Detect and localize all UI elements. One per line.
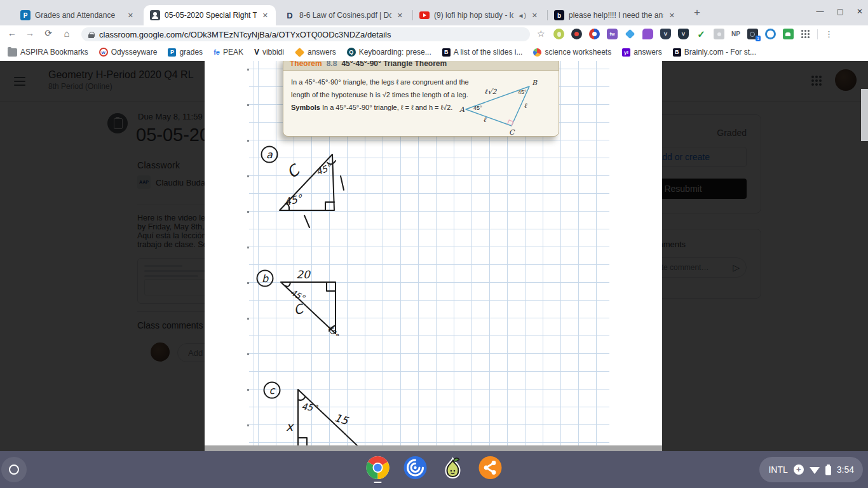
- spiral-app-icon[interactable]: [403, 456, 428, 480]
- tab-close-icon[interactable]: ✕: [396, 11, 404, 20]
- home-icon[interactable]: ⌂: [60, 28, 74, 39]
- tab-title: 05-05-2020 Special Right Triang: [165, 11, 257, 20]
- tab-strip: P Grades and Attendance ✕ 05-05-2020 Spe…: [0, 0, 868, 25]
- ring-extension-icon[interactable]: [765, 29, 776, 39]
- tab-title: please help!!!! I need the answers: [569, 11, 663, 20]
- shield-extension-icon[interactable]: V: [660, 29, 671, 39]
- browser-menu-icon[interactable]: ⋮: [825, 29, 833, 39]
- pear-deck-app-icon[interactable]: [441, 456, 465, 480]
- minimize-button[interactable]: —: [817, 7, 824, 16]
- triangle-diagram: A B C ℓ√2 ℓ ℓ 45° 45°: [458, 79, 555, 137]
- refresh-icon[interactable]: ⟳: [41, 28, 55, 38]
- bottom-leg-label: ℓ: [484, 116, 487, 124]
- close-button[interactable]: ✕: [857, 7, 863, 16]
- extensions-row: fw V V ✓ NP 1 ⋮: [553, 29, 833, 39]
- bookmark-answers-2[interactable]: y!answers: [622, 48, 662, 57]
- camera-extension-icon[interactable]: 1: [747, 29, 758, 39]
- bookmark-peak[interactable]: fePEAK: [214, 48, 243, 57]
- angle-a-label: 45°: [473, 105, 482, 111]
- tab-title: Grades and Attendance: [35, 11, 122, 20]
- pear-deck-extension-icon[interactable]: [553, 29, 564, 39]
- vertex-b-label: B: [532, 79, 538, 87]
- toolbar-divider: [817, 29, 818, 39]
- dochub-favicon: D: [285, 10, 295, 20]
- np-extension-icon[interactable]: NP: [731, 30, 740, 37]
- apps-grid-icon[interactable]: [801, 29, 810, 39]
- b-icon: B: [442, 48, 451, 57]
- fw-extension-icon[interactable]: fw: [607, 29, 618, 39]
- theorem-title: 45°-45°-90° Triangle Theorem: [341, 61, 447, 68]
- tab-title: (9) lofi hip hop study - lofi hi: [434, 11, 513, 20]
- angle-b-label: 45°: [518, 89, 527, 95]
- maximize-button[interactable]: ▢: [837, 7, 844, 16]
- clock: 3:54: [837, 464, 854, 475]
- theorem-kicker: Theorem: [290, 61, 322, 68]
- kami-extension-icon[interactable]: [625, 29, 635, 39]
- tab-close-icon[interactable]: ✕: [531, 11, 539, 20]
- vertex-a-label: A: [459, 105, 465, 114]
- keyboard-locale: INTL: [768, 464, 787, 475]
- robot-extension-icon[interactable]: [783, 29, 794, 39]
- classlink-app-icon[interactable]: [478, 456, 503, 480]
- address-bar[interactable]: classroom.google.com/c/ODk3MTEzNTcyNjBa/…: [81, 27, 530, 41]
- bookmark-keyboarding[interactable]: QKeyboarding: prese...: [347, 48, 431, 57]
- notification-badge: 1: [756, 36, 761, 41]
- screencast-extension-icon[interactable]: [571, 29, 582, 39]
- bookmark-answers[interactable]: answers: [295, 48, 336, 57]
- tab-close-icon[interactable]: ✕: [668, 11, 676, 20]
- brainly-icon: B: [673, 48, 681, 57]
- bookmark-aspira-folder[interactable]: ASPIRA Bookmarks: [8, 48, 88, 57]
- bookmark-grades[interactable]: Pgrades: [168, 48, 203, 57]
- classroom-person-favicon: [150, 10, 160, 20]
- pinwheel-icon: [533, 48, 541, 57]
- v-icon: V: [254, 48, 259, 57]
- new-tab-button[interactable]: +: [694, 6, 700, 19]
- tab-brainly-help[interactable]: b please help!!!! I need the answers ✕: [548, 5, 682, 25]
- bookmark-vibbidi[interactable]: Vvibbidi: [254, 48, 284, 57]
- bookmark-star-icon[interactable]: ☆: [537, 29, 545, 39]
- tab-grades-attendance[interactable]: P Grades and Attendance ✕: [14, 5, 141, 25]
- folder-icon: [8, 48, 17, 57]
- bookmark-science-worksheets[interactable]: science worksheets: [533, 48, 611, 57]
- tab-law-of-cosines[interactable]: D 8-6 Law of Cosines.pdf | DocHub ✕: [278, 5, 410, 25]
- problem-c-label: c: [269, 384, 276, 396]
- youtube-favicon: [419, 11, 430, 19]
- bookmark-brainly[interactable]: BBrainly.com - For st...: [673, 48, 756, 57]
- q-icon: Q: [347, 48, 356, 57]
- lock-icon[interactable]: [88, 32, 94, 38]
- problem-c-angle-top: 45°: [301, 401, 319, 413]
- chrome-app-icon[interactable]: [366, 456, 390, 480]
- tab-audio-icon[interactable]: ◄): [518, 12, 526, 19]
- launcher-icon: [9, 464, 19, 475]
- powerschool-favicon: P: [20, 10, 31, 20]
- battery-icon: [825, 466, 831, 475]
- url-text[interactable]: classroom.google.com/c/ODk3MTEzNTcyNjBa/…: [99, 30, 391, 39]
- right-leg-label: ℓ: [524, 102, 527, 110]
- worksheet-preview[interactable]: a C 45° 45° b 20 45° C 45° c 45° x 15: [205, 61, 662, 451]
- wifi-icon: [810, 467, 820, 474]
- forward-icon[interactable]: →: [23, 28, 37, 38]
- back-icon[interactable]: ←: [5, 28, 19, 38]
- tab-close-icon[interactable]: ✕: [126, 11, 135, 20]
- checkmark-extension-icon[interactable]: ✓: [696, 29, 707, 39]
- launcher-button[interactable]: [1, 457, 27, 482]
- theorem-number: 8.8: [327, 61, 337, 68]
- problem-a-hypotenuse-label: C: [283, 160, 304, 182]
- powerschool-icon: P: [168, 48, 176, 57]
- puzzle-extension-icon[interactable]: [714, 29, 724, 39]
- vertex-c-label: C: [509, 128, 515, 137]
- bookmark-odysseyware[interactable]: wOdysseyware: [99, 48, 158, 57]
- tab-lofi-music[interactable]: (9) lofi hip hop study - lofi hi ◄) ✕: [413, 5, 545, 25]
- problem-c-leg-label: x: [286, 419, 295, 433]
- tab-special-right-triangles[interactable]: 05-05-2020 Special Right Triang ✕: [144, 5, 276, 25]
- bookmark-slides-list[interactable]: BA list of the slides i...: [442, 48, 523, 57]
- fe-icon: fe: [214, 48, 220, 57]
- problem-a-label: a: [266, 149, 273, 161]
- tab-close-icon[interactable]: ✕: [261, 11, 269, 20]
- shield-extension-icon-2[interactable]: V: [678, 29, 689, 39]
- scrollbar-thumb[interactable]: [861, 89, 868, 141]
- status-tray[interactable]: INTL + 3:54: [759, 457, 863, 482]
- problem-b-label: b: [262, 273, 269, 285]
- read-write-extension-icon[interactable]: [589, 29, 600, 39]
- purple-extension-icon[interactable]: [642, 29, 653, 39]
